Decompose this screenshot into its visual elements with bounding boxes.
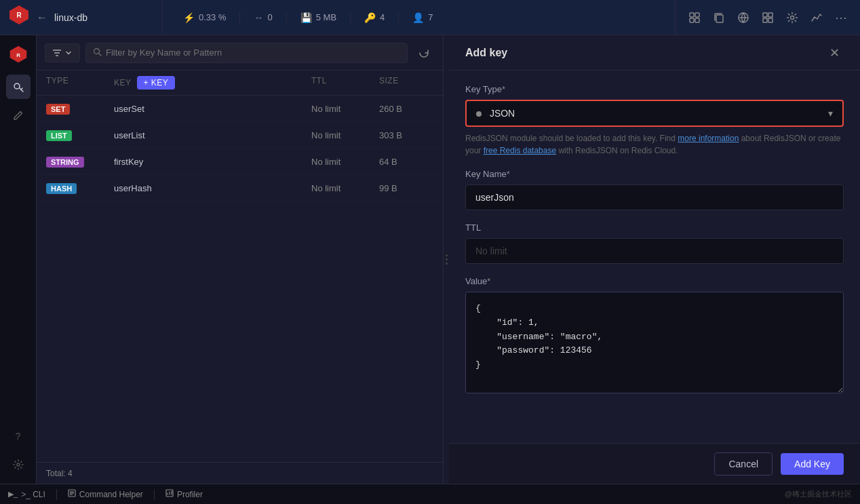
stat-cpu: ⚡ 0.33 % (170, 12, 240, 23)
table-row[interactable]: STRING firstKey No limit 64 B (37, 149, 443, 175)
copy-button[interactable] (708, 7, 730, 28)
key-name-label: Key Name* (465, 169, 844, 179)
filter-button[interactable] (45, 43, 80, 62)
keys-icon: 🔑 (364, 12, 376, 23)
type-badge: SET (46, 104, 70, 115)
svg-rect-2 (690, 13, 694, 17)
svg-rect-9 (763, 13, 767, 17)
search-input[interactable] (106, 47, 400, 58)
type-badge: STRING (46, 157, 84, 168)
divider-handle[interactable] (444, 35, 449, 484)
command-helper-icon (68, 489, 76, 499)
svg-rect-10 (768, 13, 773, 17)
network-button[interactable] (732, 7, 754, 28)
cli-icon: ▶_ (8, 490, 18, 499)
ttl-value: No limit (311, 130, 379, 140)
key-name: firstKey (114, 157, 311, 167)
ttl-value: No limit (311, 183, 379, 193)
table-row[interactable]: SET userSet No limit 260 B (37, 96, 443, 122)
value-group: Value* { "id": 1, "username": "macro", "… (465, 276, 844, 393)
key-list-toolbar (37, 35, 443, 71)
type-badge: HASH (46, 183, 77, 194)
search-box[interactable] (85, 43, 408, 63)
key-type-info: RedisJSON module should be loaded to add… (465, 132, 844, 157)
panel-title: Add key (465, 47, 507, 59)
ttl-group: TTL (465, 222, 844, 264)
sidebar-item-keys[interactable] (6, 75, 31, 99)
svg-line-22 (99, 53, 102, 56)
key-name: userHash (114, 183, 311, 193)
key-name: userSet (114, 104, 311, 114)
add-key-panel: Add key ✕ Key Type* JSON ▾ (449, 35, 860, 484)
svg-point-17 (17, 463, 20, 466)
users-value: 7 (428, 12, 433, 22)
ttl-input[interactable] (465, 238, 844, 264)
size-value: 303 B (379, 130, 433, 140)
workbench-button[interactable] (684, 7, 705, 28)
svg-rect-11 (763, 18, 767, 22)
col-type: Type (46, 76, 114, 90)
panel-header: Add key ✕ (449, 35, 860, 71)
free-redis-link[interactable]: free Redis database (484, 146, 556, 155)
key-type-label: Key Type* (465, 84, 844, 94)
profiler-button[interactable]: Profiler (165, 489, 203, 499)
svg-text:R: R (16, 52, 20, 58)
svg-rect-4 (690, 18, 694, 22)
svg-text:R: R (16, 12, 22, 19)
table-row[interactable]: LIST userList No limit 303 B (37, 122, 443, 149)
back-button[interactable]: ← (37, 12, 47, 24)
sidebar-item-help[interactable]: ? (6, 424, 31, 448)
key-name-input[interactable] (465, 185, 844, 210)
select-dot (476, 111, 482, 117)
settings-top-button[interactable] (781, 7, 803, 28)
profiler-icon (165, 489, 174, 499)
command-helper-button[interactable]: Command Helper (68, 489, 143, 499)
topbar: R ← linux-db ⚡ 0.33 % ↔ 0 💾 5 MB 🔑 4 👤 7 (0, 0, 860, 35)
ttl-value: No limit (311, 157, 379, 167)
key-type-value: JSON (490, 108, 515, 119)
type-badge: LIST (46, 130, 72, 141)
col-ttl: TTL (311, 76, 379, 90)
add-key-submit-button[interactable]: Add Key (781, 453, 844, 475)
watermark: @稀土掘金技术社区 (785, 489, 852, 499)
key-type-select-wrapper: JSON ▾ (465, 100, 844, 127)
profiler-label: Profiler (177, 490, 203, 499)
grid-button[interactable] (757, 7, 779, 28)
col-key: Key + Key (114, 76, 311, 90)
keys-value: 4 (380, 12, 385, 22)
cancel-button[interactable]: Cancel (714, 452, 773, 476)
memory-value: 5 MB (316, 12, 336, 22)
sidebar-item-settings[interactable] (6, 452, 31, 477)
close-button[interactable]: ✕ (825, 43, 844, 62)
add-key-button[interactable]: + Key (137, 76, 176, 90)
command-helper-label: Command Helper (79, 490, 143, 499)
redis-logo: R (8, 4, 30, 26)
bottom-divider-2 (154, 489, 155, 500)
connections-icon: ↔ (254, 12, 263, 23)
search-icon (93, 47, 102, 58)
svg-point-16 (14, 83, 20, 89)
more-button[interactable]: ⋯ (830, 7, 852, 28)
size-value: 260 B (379, 104, 433, 114)
size-value: 99 B (379, 183, 433, 193)
analytics-button[interactable] (806, 7, 827, 28)
cpu-icon: ⚡ (183, 12, 195, 23)
key-type-select[interactable]: JSON ▾ (465, 100, 844, 127)
refresh-button[interactable] (413, 42, 435, 64)
panel-body: Key Type* JSON ▾ RedisJSON module should… (449, 71, 860, 443)
cli-button[interactable]: ▶_ >_ CLI (8, 490, 45, 499)
sidebar-item-edit[interactable] (6, 103, 31, 128)
memory-icon: 💾 (300, 12, 312, 23)
key-list-panel: Type Key + Key TTL Size SET userSet No l… (37, 35, 444, 484)
users-icon: 👤 (412, 12, 424, 23)
db-name: linux-db (54, 12, 87, 23)
more-info-link[interactable]: more information (678, 134, 739, 143)
col-size: Size (379, 76, 433, 90)
divider-dots (446, 254, 448, 265)
table-row[interactable]: HASH userHash No limit 99 B (37, 175, 443, 201)
value-textarea[interactable]: { "id": 1, "username": "macro", "passwor… (465, 292, 844, 393)
stat-connections: ↔ 0 (240, 12, 286, 23)
cpu-value: 0.33 % (199, 12, 226, 22)
ttl-label: TTL (465, 222, 844, 233)
ttl-value: No limit (311, 104, 379, 114)
